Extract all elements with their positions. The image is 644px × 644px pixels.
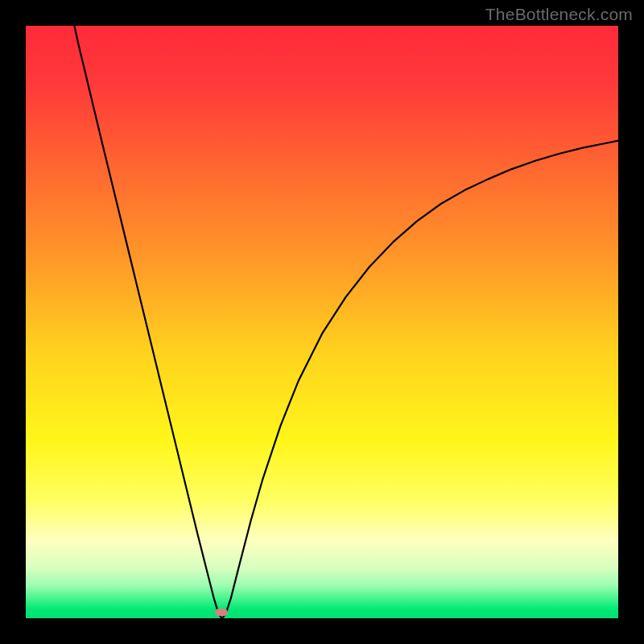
chart-frame: TheBottleneck.com	[0, 0, 644, 644]
optimal-point-marker	[215, 609, 228, 617]
bottleneck-curve	[26, 26, 618, 618]
plot-area	[26, 26, 618, 618]
watermark-text: TheBottleneck.com	[485, 5, 633, 24]
